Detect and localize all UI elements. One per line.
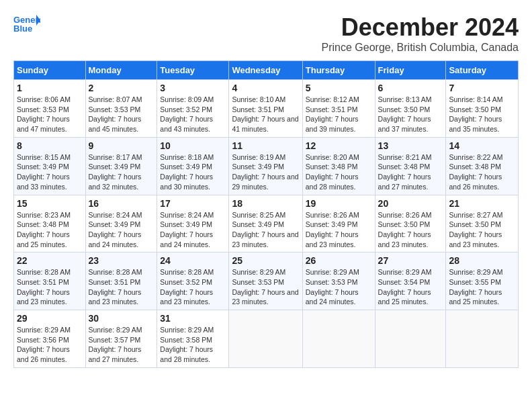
day-number: 7 xyxy=(449,83,515,93)
calendar-cell xyxy=(302,310,375,368)
calendar-week-row: 22 Sunrise: 8:28 AMSunset: 3:51 PMDaylig… xyxy=(14,253,519,310)
calendar-cell: 30 Sunrise: 8:29 AMSunset: 3:57 PMDaylig… xyxy=(85,310,157,368)
calendar-cell: 14 Sunrise: 8:22 AMSunset: 3:48 PMDaylig… xyxy=(446,137,519,195)
calendar-cell: 24 Sunrise: 8:28 AMSunset: 3:52 PMDaylig… xyxy=(157,253,229,310)
title-area: December 2024 Prince George, British Col… xyxy=(322,13,519,54)
calendar-cell: 13 Sunrise: 8:21 AMSunset: 3:48 PMDaylig… xyxy=(375,137,446,195)
day-number: 29 xyxy=(17,313,83,324)
day-number: 19 xyxy=(306,198,372,209)
calendar-cell: 19 Sunrise: 8:26 AMSunset: 3:49 PMDaylig… xyxy=(302,195,375,253)
day-number: 23 xyxy=(89,255,154,266)
day-number: 1 xyxy=(17,83,83,93)
day-number: 2 xyxy=(89,83,154,93)
day-number: 15 xyxy=(17,198,83,209)
header: General Blue December 2024 Prince George… xyxy=(13,13,519,54)
calendar-cell: 12 Sunrise: 8:20 AMSunset: 3:48 PMDaylig… xyxy=(302,137,375,195)
day-info: Sunrise: 8:14 AMSunset: 3:50 PMDaylight:… xyxy=(449,95,502,133)
day-info: Sunrise: 8:29 AMSunset: 3:53 PMDaylight:… xyxy=(306,268,359,306)
calendar-week-row: 8 Sunrise: 8:15 AMSunset: 3:49 PMDayligh… xyxy=(14,137,519,195)
day-info: Sunrise: 8:26 AMSunset: 3:49 PMDaylight:… xyxy=(306,211,359,248)
calendar-cell xyxy=(375,310,446,368)
day-info: Sunrise: 8:24 AMSunset: 3:49 PMDaylight:… xyxy=(89,211,142,248)
calendar-table: SundayMondayTuesdayWednesdayThursdayFrid… xyxy=(13,60,519,368)
day-number: 8 xyxy=(17,140,83,151)
calendar-cell: 26 Sunrise: 8:29 AMSunset: 3:53 PMDaylig… xyxy=(302,253,375,310)
weekday-header-saturday: Saturday xyxy=(446,61,519,80)
day-info: Sunrise: 8:28 AMSunset: 3:51 PMDaylight:… xyxy=(17,268,71,306)
weekday-header-tuesday: Tuesday xyxy=(157,61,229,80)
day-number: 6 xyxy=(378,83,443,93)
calendar-cell: 11 Sunrise: 8:19 AMSunset: 3:49 PMDaylig… xyxy=(229,137,302,195)
day-number: 18 xyxy=(232,198,299,209)
weekday-header-wednesday: Wednesday xyxy=(229,61,302,80)
calendar-cell: 9 Sunrise: 8:17 AMSunset: 3:49 PMDayligh… xyxy=(85,137,157,195)
calendar-cell: 1 Sunrise: 8:06 AMSunset: 3:53 PMDayligh… xyxy=(14,80,86,138)
svg-text:Blue: Blue xyxy=(13,24,32,34)
day-info: Sunrise: 8:20 AMSunset: 3:48 PMDaylight:… xyxy=(306,153,359,191)
day-info: Sunrise: 8:24 AMSunset: 3:49 PMDaylight:… xyxy=(160,211,214,248)
weekday-header-sunday: Sunday xyxy=(14,61,86,80)
day-info: Sunrise: 8:29 AMSunset: 3:53 PMDaylight:… xyxy=(232,268,298,306)
calendar-cell: 27 Sunrise: 8:29 AMSunset: 3:54 PMDaylig… xyxy=(375,253,446,310)
day-number: 10 xyxy=(160,140,226,151)
day-info: Sunrise: 8:29 AMSunset: 3:57 PMDaylight:… xyxy=(89,326,142,363)
day-info: Sunrise: 8:15 AMSunset: 3:49 PMDaylight:… xyxy=(17,153,71,191)
calendar-cell: 17 Sunrise: 8:24 AMSunset: 3:49 PMDaylig… xyxy=(157,195,229,253)
day-info: Sunrise: 8:28 AMSunset: 3:52 PMDaylight:… xyxy=(160,268,214,306)
day-info: Sunrise: 8:18 AMSunset: 3:49 PMDaylight:… xyxy=(160,153,214,191)
day-number: 20 xyxy=(378,198,443,209)
day-info: Sunrise: 8:12 AMSunset: 3:51 PMDaylight:… xyxy=(306,95,359,133)
calendar-cell: 2 Sunrise: 8:07 AMSunset: 3:53 PMDayligh… xyxy=(85,80,157,138)
calendar-cell: 15 Sunrise: 8:23 AMSunset: 3:48 PMDaylig… xyxy=(14,195,86,253)
logo-icon: General Blue xyxy=(13,13,40,34)
day-number: 30 xyxy=(89,313,154,324)
day-number: 9 xyxy=(89,140,154,151)
calendar-week-row: 1 Sunrise: 8:06 AMSunset: 3:53 PMDayligh… xyxy=(14,80,519,138)
day-info: Sunrise: 8:29 AMSunset: 3:54 PMDaylight:… xyxy=(378,268,432,306)
day-info: Sunrise: 8:25 AMSunset: 3:49 PMDaylight:… xyxy=(232,211,298,248)
calendar-cell: 7 Sunrise: 8:14 AMSunset: 3:50 PMDayligh… xyxy=(446,80,519,138)
calendar-cell: 16 Sunrise: 8:24 AMSunset: 3:49 PMDaylig… xyxy=(85,195,157,253)
calendar-cell xyxy=(229,310,302,368)
day-info: Sunrise: 8:27 AMSunset: 3:50 PMDaylight:… xyxy=(449,211,502,248)
day-info: Sunrise: 8:29 AMSunset: 3:55 PMDaylight:… xyxy=(449,268,502,306)
day-number: 17 xyxy=(160,198,226,209)
calendar-header-row: SundayMondayTuesdayWednesdayThursdayFrid… xyxy=(14,61,519,80)
day-info: Sunrise: 8:07 AMSunset: 3:53 PMDaylight:… xyxy=(89,95,142,133)
day-number: 26 xyxy=(306,255,372,266)
day-info: Sunrise: 8:19 AMSunset: 3:49 PMDaylight:… xyxy=(232,153,298,191)
day-number: 14 xyxy=(449,140,515,151)
day-number: 3 xyxy=(160,83,226,93)
day-number: 12 xyxy=(306,140,372,151)
day-info: Sunrise: 8:13 AMSunset: 3:50 PMDaylight:… xyxy=(378,95,432,133)
calendar-cell xyxy=(446,310,519,368)
calendar-week-row: 29 Sunrise: 8:29 AMSunset: 3:56 PMDaylig… xyxy=(14,310,519,368)
day-info: Sunrise: 8:28 AMSunset: 3:51 PMDaylight:… xyxy=(89,268,142,306)
day-info: Sunrise: 8:22 AMSunset: 3:48 PMDaylight:… xyxy=(449,153,502,191)
page-title: December 2024 xyxy=(322,13,519,42)
day-info: Sunrise: 8:23 AMSunset: 3:48 PMDaylight:… xyxy=(17,211,71,248)
calendar-cell: 22 Sunrise: 8:28 AMSunset: 3:51 PMDaylig… xyxy=(14,253,86,310)
weekday-header-monday: Monday xyxy=(85,61,157,80)
day-info: Sunrise: 8:06 AMSunset: 3:53 PMDaylight:… xyxy=(17,95,71,133)
day-info: Sunrise: 8:17 AMSunset: 3:49 PMDaylight:… xyxy=(89,153,142,191)
calendar-cell: 5 Sunrise: 8:12 AMSunset: 3:51 PMDayligh… xyxy=(302,80,375,138)
weekday-header-thursday: Thursday xyxy=(302,61,375,80)
calendar-cell: 6 Sunrise: 8:13 AMSunset: 3:50 PMDayligh… xyxy=(375,80,446,138)
calendar-cell: 29 Sunrise: 8:29 AMSunset: 3:56 PMDaylig… xyxy=(14,310,86,368)
calendar-cell: 20 Sunrise: 8:26 AMSunset: 3:50 PMDaylig… xyxy=(375,195,446,253)
day-info: Sunrise: 8:29 AMSunset: 3:56 PMDaylight:… xyxy=(17,326,71,363)
day-number: 4 xyxy=(232,83,299,93)
day-info: Sunrise: 8:10 AMSunset: 3:51 PMDaylight:… xyxy=(232,95,298,133)
calendar-cell: 21 Sunrise: 8:27 AMSunset: 3:50 PMDaylig… xyxy=(446,195,519,253)
logo: General Blue xyxy=(13,13,40,34)
page-subtitle: Prince George, British Columbia, Canada xyxy=(322,42,519,54)
day-number: 24 xyxy=(160,255,226,266)
calendar-cell: 8 Sunrise: 8:15 AMSunset: 3:49 PMDayligh… xyxy=(14,137,86,195)
calendar-cell: 25 Sunrise: 8:29 AMSunset: 3:53 PMDaylig… xyxy=(229,253,302,310)
day-number: 16 xyxy=(89,198,154,209)
day-number: 31 xyxy=(160,313,226,324)
day-number: 11 xyxy=(232,140,299,151)
day-number: 27 xyxy=(378,255,443,266)
day-info: Sunrise: 8:29 AMSunset: 3:58 PMDaylight:… xyxy=(160,326,214,363)
